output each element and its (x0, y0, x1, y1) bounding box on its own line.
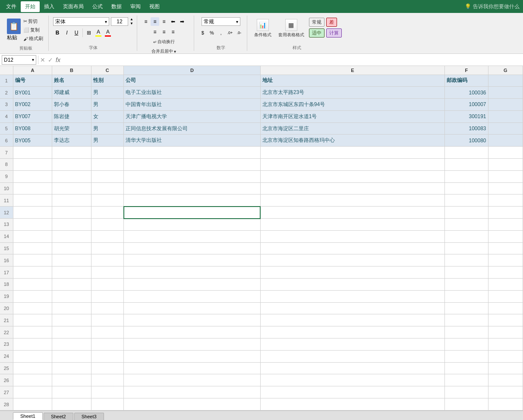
cell-d4[interactable]: 天津广播电视大学 (124, 110, 261, 122)
underline-button[interactable]: U (72, 28, 81, 37)
col-header-g[interactable]: G (488, 66, 523, 75)
font-size-decrease[interactable]: ▼ (130, 22, 133, 26)
menu-start[interactable]: 开始 (21, 1, 40, 12)
font-name-box[interactable]: 宋体 ▾ (53, 17, 109, 26)
border-button[interactable]: ⊞ (85, 28, 93, 37)
formula-input[interactable] (62, 55, 521, 65)
decimal-decrease[interactable]: .0- (235, 28, 243, 37)
font-size-box[interactable]: 12 (111, 17, 128, 26)
col-header-b[interactable]: B (52, 66, 91, 75)
cell-b4[interactable]: 陈岩捷 (52, 110, 91, 122)
align-bottom-center[interactable]: ≡ (160, 28, 168, 36)
col-header-a[interactable]: A (13, 66, 52, 75)
cell-c6[interactable]: 男 (91, 135, 123, 147)
paste-button[interactable]: 📋 粘贴 (7, 19, 21, 41)
align-top-right[interactable]: ≡ (160, 17, 168, 26)
cell-a2[interactable]: BY001 (13, 87, 52, 99)
cell-g2[interactable] (488, 87, 523, 99)
search-box[interactable]: 💡 告诉我你想要做什么 (465, 3, 521, 10)
cell-d2[interactable]: 电子工业出版社 (124, 87, 261, 99)
font-color-button[interactable]: A (104, 28, 112, 37)
font-size-increase[interactable]: ▲ (130, 17, 133, 22)
align-top-center[interactable]: ≡ (151, 17, 159, 26)
fx-icon[interactable]: fx (56, 56, 60, 63)
cell-b6[interactable]: 李达志 (52, 135, 91, 147)
cell-c2[interactable]: 男 (91, 87, 123, 99)
cell-c5[interactable]: 男 (91, 122, 123, 135)
menu-formula[interactable]: 公式 (88, 1, 107, 12)
cell-d5[interactable]: 正同信息技术发展有限公司 (124, 122, 261, 135)
number-format-box[interactable]: 常规 ▾ (202, 17, 240, 26)
conditional-format-button[interactable]: 📊 条件格式 (252, 17, 274, 40)
align-bottom-right[interactable]: ≡ (169, 28, 177, 36)
cell-g6[interactable] (488, 135, 523, 147)
merge-center-button[interactable]: 合并后居中 ▾ (150, 47, 178, 55)
cell-a6[interactable]: BY005 (13, 135, 52, 147)
cell-g3[interactable] (488, 99, 523, 111)
col-header-f[interactable]: F (444, 66, 488, 75)
cell-a5[interactable]: BY008 (13, 122, 52, 135)
menu-review[interactable]: 审阅 (126, 1, 145, 12)
cell-d6[interactable]: 清华大学出版社 (124, 135, 261, 147)
table-format-button[interactable]: ▦ 套用表格格式 (276, 17, 307, 40)
cell-f1[interactable]: 邮政编码 (444, 75, 488, 87)
cell-c4[interactable]: 女 (91, 110, 123, 122)
cell-f4[interactable]: 300191 (444, 110, 488, 122)
indent-increase[interactable]: ➡ (178, 17, 186, 26)
cell-a4[interactable]: BY007 (13, 110, 52, 122)
cell-b5[interactable]: 胡光荣 (52, 122, 91, 135)
menu-data[interactable]: 数据 (107, 1, 126, 12)
cell-d1[interactable]: 公司 (124, 75, 261, 87)
cell-b1[interactable]: 姓名 (52, 75, 91, 87)
cancel-icon[interactable]: ✕ (40, 56, 45, 63)
cell-a3[interactable]: BY002 (13, 99, 52, 111)
align-bottom-left[interactable]: ≡ (151, 28, 159, 36)
cell-e1[interactable]: 地址 (260, 75, 444, 87)
percent-button[interactable]: % (208, 28, 216, 37)
style-calc[interactable]: 计算 (326, 28, 342, 38)
cell-a1[interactable]: 编号 (13, 75, 52, 87)
confirm-icon[interactable]: ✓ (48, 56, 53, 63)
cell-f6[interactable]: 100080 (444, 135, 488, 147)
wrap-text-button[interactable]: ↵ 自动换行 (151, 38, 176, 46)
cell-ref-box[interactable]: D12 ▾ (2, 55, 36, 65)
menu-page-layout[interactable]: 页面布局 (59, 1, 88, 12)
col-header-c[interactable]: C (91, 66, 123, 75)
col-header-e[interactable]: E (260, 66, 444, 75)
cell-d3[interactable]: 中国青年出版社 (124, 99, 261, 111)
cell-e4[interactable]: 天津市南开区迎水道1号 (260, 110, 444, 122)
font-size-arrows[interactable]: ▲ ▼ (130, 17, 133, 26)
copy-button[interactable]: ⬜ 复制 (22, 26, 45, 34)
col-header-d[interactable]: D (124, 66, 261, 75)
sheet-tab-2[interactable]: Sheet2 (44, 413, 73, 420)
decimal-increase[interactable]: .0+ (226, 28, 234, 37)
bold-button[interactable]: B (53, 28, 62, 37)
menu-view[interactable]: 视图 (145, 1, 164, 12)
comma-button[interactable]: , (217, 28, 225, 37)
align-top-left[interactable]: ≡ (142, 17, 150, 26)
style-good[interactable]: 适中 (309, 28, 325, 38)
format-painter-button[interactable]: 🖌 格式刷 (22, 34, 45, 43)
cell-b2[interactable]: 邓建威 (52, 87, 91, 99)
active-cell-d12[interactable] (124, 207, 261, 219)
cell-c1[interactable]: 性别 (91, 75, 123, 87)
indent-decrease[interactable]: ⬅ (169, 17, 177, 26)
cell-c3[interactable]: 男 (91, 99, 123, 111)
sheet-tab-1[interactable]: Sheet1 (13, 412, 43, 420)
sheet-tab-3[interactable]: Sheet3 (74, 413, 104, 420)
currency-button[interactable]: $ (198, 28, 207, 37)
fill-color-button[interactable]: A (94, 28, 103, 37)
menu-file[interactable]: 文件 (2, 1, 21, 12)
cell-e6[interactable]: 北京市海淀区知春路西格玛中心 (260, 135, 444, 147)
cell-g5[interactable] (488, 122, 523, 135)
style-normal[interactable]: 常规 (309, 18, 325, 27)
cell-f5[interactable]: 100083 (444, 122, 488, 135)
cell-g4[interactable] (488, 110, 523, 122)
cell-e3[interactable]: 北京市东城区东四十条94号 (260, 99, 444, 111)
menu-insert[interactable]: 插入 (40, 1, 59, 12)
style-bad[interactable]: 差 (326, 18, 337, 27)
cell-e2[interactable]: 北京市太平路23号 (260, 87, 444, 99)
cell-e5[interactable]: 北京市海淀区二里庄 (260, 122, 444, 135)
cell-b3[interactable]: 郭小春 (52, 99, 91, 111)
cell-f3[interactable]: 100007 (444, 99, 488, 111)
